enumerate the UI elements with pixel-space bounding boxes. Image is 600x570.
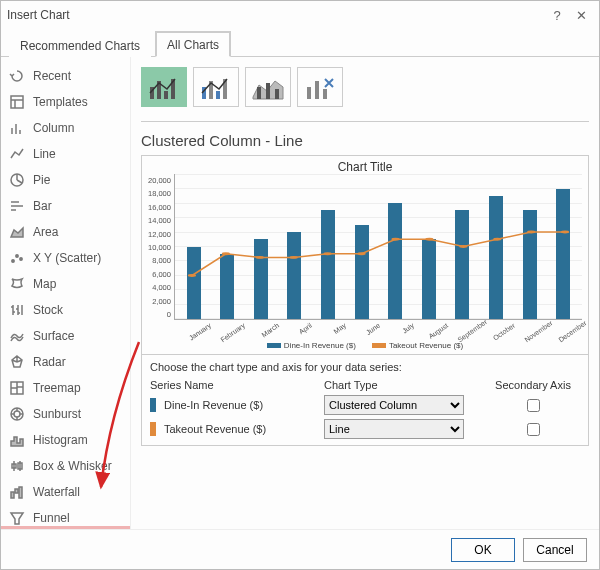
secondary-axis-check-0[interactable] xyxy=(527,399,540,412)
svg-rect-23 xyxy=(315,81,319,99)
sidebar-item-waterfall[interactable]: Waterfall xyxy=(1,479,130,505)
templates-icon xyxy=(9,94,25,110)
map-icon xyxy=(9,276,25,292)
stock-icon xyxy=(9,302,25,318)
funnel-icon xyxy=(9,510,25,526)
tab-all-charts[interactable]: All Charts xyxy=(155,31,231,57)
sidebar-item-area[interactable]: Area xyxy=(1,219,130,245)
chart-type-list: Recent Templates Column Line Pie Bar Are… xyxy=(1,57,131,529)
chart-title: Chart Title xyxy=(148,160,582,174)
close-button[interactable]: ✕ xyxy=(569,8,593,23)
sidebar-item-histogram[interactable]: Histogram xyxy=(1,427,130,453)
sidebar-item-stock[interactable]: Stock xyxy=(1,297,130,323)
chart-preview[interactable]: Chart Title 20,00018,00016,00014,00012,0… xyxy=(141,155,589,355)
subtype-stacked-area-column[interactable] xyxy=(245,67,291,107)
svg-rect-19 xyxy=(257,87,261,99)
subtype-custom-combo[interactable] xyxy=(297,67,343,107)
surface-icon xyxy=(9,328,25,344)
col-series-name: Series Name xyxy=(150,379,320,391)
box-whisker-icon xyxy=(9,458,25,474)
tab-recommended-charts[interactable]: Recommended Charts xyxy=(9,33,151,57)
line-icon xyxy=(9,146,25,162)
y-axis: 20,00018,00016,00014,00012,00010,0008,00… xyxy=(148,174,174,320)
svg-point-3 xyxy=(16,255,18,257)
plot-area xyxy=(174,174,582,320)
svg-point-2 xyxy=(12,260,14,262)
main-panel: Clustered Column - Line Chart Title 20,0… xyxy=(131,57,599,529)
svg-point-25 xyxy=(188,274,196,277)
secondary-axis-check-1[interactable] xyxy=(527,423,540,436)
bar-icon xyxy=(9,198,25,214)
treemap-icon xyxy=(9,380,25,396)
titlebar: Insert Chart ? ✕ xyxy=(1,1,599,29)
sidebar-item-recent[interactable]: Recent xyxy=(1,63,130,89)
sidebar-item-line[interactable]: Line xyxy=(1,141,130,167)
pie-icon xyxy=(9,172,25,188)
svg-point-33 xyxy=(459,245,467,248)
dialog-buttons: OK Cancel xyxy=(1,529,599,569)
cancel-button[interactable]: Cancel xyxy=(523,538,587,562)
col-chart-type: Chart Type xyxy=(324,379,484,391)
waterfall-icon xyxy=(9,484,25,500)
svg-rect-13 xyxy=(164,91,168,99)
tabs: Recommended Charts All Charts xyxy=(1,29,599,57)
chart-type-select-0[interactable]: Clustered Column xyxy=(324,395,464,415)
column-icon xyxy=(9,120,25,136)
radar-icon xyxy=(9,354,25,370)
chart-legend: Dine-In Revenue ($) Takeout Revenue ($) xyxy=(148,341,582,350)
svg-rect-20 xyxy=(266,83,270,99)
sidebar-item-sunburst[interactable]: Sunburst xyxy=(1,401,130,427)
svg-rect-17 xyxy=(216,91,220,99)
svg-rect-22 xyxy=(307,87,311,99)
chart-type-select-1[interactable]: Line xyxy=(324,419,464,439)
series-row-0: Dine-In Revenue ($) Clustered Column xyxy=(150,395,580,415)
svg-point-34 xyxy=(493,238,501,241)
svg-point-27 xyxy=(256,256,264,259)
histogram-icon xyxy=(9,432,25,448)
config-instruction: Choose the chart type and axis for your … xyxy=(150,361,580,373)
subtype-title: Clustered Column - Line xyxy=(141,132,589,149)
svg-point-35 xyxy=(527,231,535,234)
subtype-clustered-column-line[interactable] xyxy=(141,67,187,107)
sidebar-item-box-whisker[interactable]: Box & Whisker xyxy=(1,453,130,479)
sidebar-item-templates[interactable]: Templates xyxy=(1,89,130,115)
x-axis: JanuaryFebruaryMarchAprilMayJuneJulyAugu… xyxy=(176,320,582,329)
series-row-1: Takeout Revenue ($) Line xyxy=(150,419,580,439)
series-swatch xyxy=(150,422,156,436)
col-secondary-axis: Secondary Axis xyxy=(488,379,578,391)
svg-point-29 xyxy=(324,252,332,255)
svg-point-32 xyxy=(425,238,433,241)
svg-point-7 xyxy=(14,411,20,417)
svg-point-36 xyxy=(561,231,569,234)
sidebar-item-surface[interactable]: Surface xyxy=(1,323,130,349)
content: Recent Templates Column Line Pie Bar Are… xyxy=(1,57,599,529)
sidebar-item-radar[interactable]: Radar xyxy=(1,349,130,375)
sidebar-item-map[interactable]: Map xyxy=(1,271,130,297)
recent-icon xyxy=(9,68,25,84)
ok-button[interactable]: OK xyxy=(451,538,515,562)
svg-rect-8 xyxy=(11,492,14,498)
sidebar-item-funnel[interactable]: Funnel xyxy=(1,505,130,529)
svg-point-4 xyxy=(20,258,22,260)
svg-rect-10 xyxy=(19,487,22,498)
sidebar-item-treemap[interactable]: Treemap xyxy=(1,375,130,401)
subtype-clustered-column-line-secondary[interactable] xyxy=(193,67,239,107)
area-icon xyxy=(9,224,25,240)
sunburst-icon xyxy=(9,406,25,422)
sidebar-item-bar[interactable]: Bar xyxy=(1,193,130,219)
help-button[interactable]: ? xyxy=(545,8,569,23)
sidebar-item-column[interactable]: Column xyxy=(1,115,130,141)
series-swatch xyxy=(150,398,156,412)
subtype-thumbnails xyxy=(141,67,589,107)
series-config-panel: Choose the chart type and axis for your … xyxy=(141,355,589,446)
svg-point-31 xyxy=(391,238,399,241)
sidebar-item-pie[interactable]: Pie xyxy=(1,167,130,193)
svg-point-26 xyxy=(222,252,230,255)
svg-rect-24 xyxy=(323,89,327,99)
insert-chart-dialog: Insert Chart ? ✕ Recommended Charts All … xyxy=(0,0,600,570)
svg-rect-21 xyxy=(275,89,279,99)
scatter-icon xyxy=(9,250,25,266)
svg-rect-9 xyxy=(15,489,18,493)
sidebar-item-scatter[interactable]: X Y (Scatter) xyxy=(1,245,130,271)
svg-rect-0 xyxy=(11,96,23,108)
